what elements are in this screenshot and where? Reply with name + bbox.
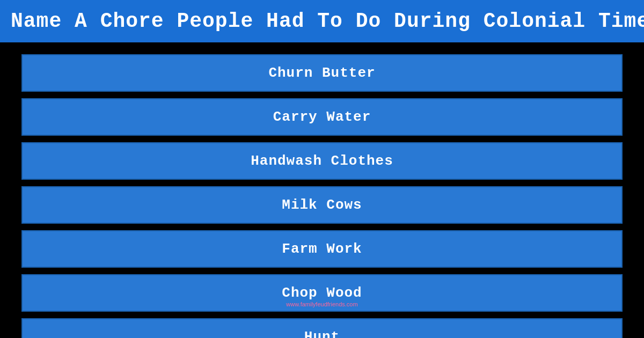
answer-text-1: Churn Butter: [268, 65, 375, 81]
header-text: Name A Chore People Had To Do During Col…: [11, 10, 633, 33]
answer-row-7[interactable]: Hunt: [21, 318, 623, 338]
answer-row-4[interactable]: Milk Cows: [21, 186, 623, 224]
answer-text-4: Milk Cows: [282, 197, 362, 213]
content-area: Churn ButterCarry WaterHandwash ClothesM…: [0, 45, 644, 338]
answer-row-1[interactable]: Churn Butter: [21, 54, 623, 92]
answer-row-5[interactable]: Farm Work: [21, 230, 623, 268]
answer-row-2[interactable]: Carry Water: [21, 98, 623, 136]
answer-text-5: Farm Work: [282, 241, 362, 257]
answer-text-2: Carry Water: [273, 109, 371, 125]
answer-text-6: Chop Wood: [282, 285, 362, 301]
header-bar: Name A Chore People Had To Do During Col…: [0, 0, 644, 45]
watermark: www.familyfeudfriends.com: [286, 301, 357, 307]
answer-text-7: Hunt: [304, 329, 340, 338]
answer-row-3[interactable]: Handwash Clothes: [21, 142, 623, 180]
answer-row-6[interactable]: Chop Woodwww.familyfeudfriends.com: [21, 274, 623, 312]
answer-text-3: Handwash Clothes: [251, 153, 393, 169]
